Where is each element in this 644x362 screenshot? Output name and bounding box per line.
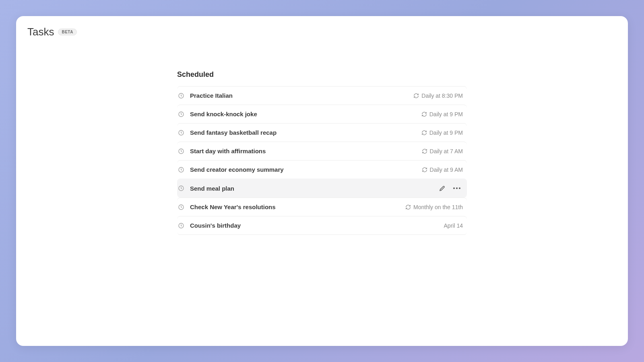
beta-badge: BETA: [58, 29, 76, 35]
clock-icon: [178, 222, 184, 229]
refresh-icon: [413, 93, 419, 99]
task-title: Send knock-knock joke: [190, 111, 416, 117]
more-icon[interactable]: [453, 187, 460, 189]
page-title: Tasks: [27, 26, 54, 38]
clock-icon: [178, 130, 184, 136]
task-schedule: Daily at 7 AM: [422, 148, 463, 154]
task-title: Send creator economy summary: [190, 166, 416, 173]
task-row[interactable]: Send fantasy basketball recapDaily at 9 …: [177, 123, 467, 142]
task-row[interactable]: Send meal plan: [177, 179, 467, 197]
edit-icon[interactable]: [439, 185, 446, 192]
task-schedule: Monthly on the 11th: [405, 204, 463, 210]
task-schedule-text: Daily at 9 PM: [429, 111, 463, 117]
task-title: Cousin's birthday: [190, 222, 438, 229]
task-schedule-text: April 14: [444, 222, 463, 229]
task-schedule-text: Daily at 9 AM: [430, 167, 463, 173]
refresh-icon: [405, 204, 411, 210]
task-row[interactable]: Send knock-knock jokeDaily at 9 PM: [177, 105, 467, 123]
refresh-icon: [421, 111, 427, 117]
section-title: Scheduled: [177, 70, 467, 79]
clock-icon: [178, 167, 184, 173]
clock-icon: [178, 185, 184, 191]
clock-icon: [178, 111, 184, 117]
task-schedule: Daily at 8:30 PM: [413, 93, 463, 99]
task-schedule-text: Monthly on the 11th: [413, 204, 463, 210]
clock-icon: [178, 93, 184, 99]
clock-icon: [178, 148, 184, 154]
task-row[interactable]: Practice ItalianDaily at 8:30 PM: [177, 86, 467, 105]
task-row[interactable]: Start day with affirmationsDaily at 7 AM: [177, 142, 467, 160]
task-title: Send fantasy basketball recap: [190, 129, 416, 136]
refresh-icon: [421, 130, 427, 136]
task-row[interactable]: Cousin's birthdayApril 14: [177, 216, 467, 235]
task-row[interactable]: Check New Year's resolutionsMonthly on t…: [177, 197, 467, 216]
clock-icon: [178, 204, 184, 210]
task-title: Check New Year's resolutions: [190, 204, 400, 210]
refresh-icon: [422, 148, 427, 154]
task-schedule-text: Daily at 8:30 PM: [421, 93, 463, 99]
task-schedule-text: Daily at 7 AM: [430, 148, 463, 154]
task-schedule: Daily at 9 PM: [421, 111, 463, 117]
task-title: Start day with affirmations: [190, 148, 416, 154]
row-actions: [439, 185, 460, 192]
task-schedule-text: Daily at 9 PM: [429, 130, 463, 136]
task-title: Practice Italian: [190, 92, 408, 99]
task-title: Send meal plan: [190, 185, 433, 192]
task-list: Practice ItalianDaily at 8:30 PMSend kno…: [177, 86, 467, 235]
task-schedule: April 14: [444, 222, 463, 229]
task-row[interactable]: Send creator economy summaryDaily at 9 A…: [177, 160, 467, 179]
task-schedule: Daily at 9 PM: [421, 130, 463, 136]
main-content: Scheduled Practice ItalianDaily at 8:30 …: [177, 70, 467, 235]
task-schedule: Daily at 9 AM: [422, 167, 463, 173]
refresh-icon: [422, 167, 427, 173]
app-window: Tasks BETA Scheduled Practice ItalianDai…: [16, 16, 628, 346]
header: Tasks BETA: [27, 26, 617, 38]
